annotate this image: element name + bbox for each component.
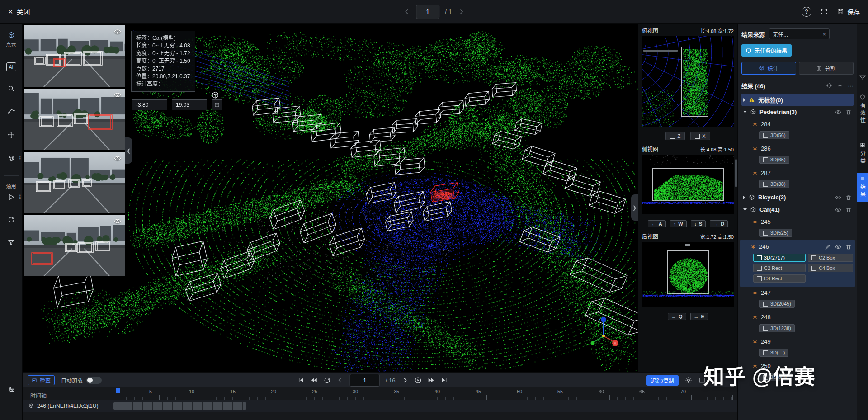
skip-start-icon[interactable] (297, 377, 305, 384)
prev-frame-icon[interactable] (337, 377, 344, 384)
result-item-248[interactable]: 248 (741, 311, 854, 323)
eye-icon[interactable] (835, 207, 841, 213)
tool-history[interactable] (0, 216, 22, 223)
trash-icon[interactable] (845, 244, 852, 250)
result-item-287[interactable]: 287 (741, 167, 854, 179)
eye-icon[interactable] (835, 194, 841, 201)
topview-zoom-indicator[interactable] (643, 50, 678, 52)
page-input[interactable] (416, 5, 439, 19)
collapse-cameras-handle[interactable]: ❮ (125, 137, 132, 164)
tab-classify[interactable]: 分类 (857, 139, 868, 168)
skip-end-icon[interactable] (441, 377, 448, 384)
badge-3d[interactable]: 3D(65) (760, 156, 789, 164)
rewind-icon[interactable] (311, 377, 318, 384)
caret-down-icon[interactable] (743, 111, 747, 113)
camera-thumbnail-2[interactable] (24, 89, 125, 150)
trash-icon[interactable] (845, 194, 852, 201)
trash-icon[interactable] (845, 207, 852, 213)
clear-source-icon[interactable]: × (822, 31, 826, 38)
badge-3d[interactable]: 3D(…) (760, 349, 788, 357)
group-bicycle[interactable]: Bicycle(2) (741, 191, 854, 203)
rearview-canvas[interactable] (642, 242, 734, 307)
badge-3d[interactable]: 3D(38) (760, 180, 789, 188)
group-pedestrian[interactable]: Pedestrian(3) (741, 106, 854, 118)
tool-move[interactable] (0, 131, 22, 138)
height-max-input[interactable] (172, 99, 207, 110)
result-item-246-selected[interactable]: 246 3D(2717) C2 Box C2 Rect C4 Box C4 Re… (740, 240, 855, 287)
timeline-track-row[interactable]: 246 (EnNERk4EtJc2jt1U) (22, 400, 737, 412)
gear-icon[interactable] (685, 377, 692, 384)
badge-c2-box[interactable]: C2 Box (808, 254, 853, 262)
track-segments[interactable] (113, 402, 246, 410)
tool-polyline[interactable] (0, 108, 22, 115)
page-next-icon[interactable] (458, 8, 465, 15)
camera-thumbnail-1[interactable] (24, 25, 125, 87)
tab-results[interactable]: 结果 (857, 173, 868, 202)
fast-forward-icon[interactable] (428, 377, 435, 384)
result-item-286[interactable]: 286 (741, 142, 854, 155)
tool-search[interactable] (0, 85, 22, 92)
tab-segmentation[interactable]: 分割 (799, 62, 854, 75)
locate-icon[interactable] (826, 82, 832, 89)
trash-icon[interactable] (845, 109, 852, 115)
badge-3d-active[interactable]: 3D(2717) (753, 254, 806, 262)
help-icon[interactable]: ? (802, 7, 811, 17)
badge-3d[interactable]: 3D(1238) (760, 324, 795, 332)
badge-c4-rect[interactable]: C4 Rect (753, 274, 806, 283)
camera-thumbnail-3[interactable] (24, 152, 125, 213)
axis-gizmo[interactable]: Z X (585, 314, 623, 352)
timeline-playhead[interactable] (118, 387, 118, 420)
rotate-x-button[interactable]: X (690, 132, 710, 140)
caret-right-icon[interactable] (743, 98, 745, 102)
group-car[interactable]: Car(41) (741, 203, 854, 216)
badge-3d[interactable]: 3D(525) (760, 229, 792, 237)
check-button[interactable]: 检查 (28, 375, 55, 385)
close-button[interactable]: × 关闭 (8, 7, 30, 16)
collapse-all-icon[interactable] (837, 82, 843, 89)
tool-pointcloud[interactable]: 点云 (0, 32, 22, 47)
more-icon[interactable]: ··· (848, 82, 854, 89)
badge-3d[interactable]: 3D(56) (760, 131, 789, 139)
result-item-245[interactable]: 245 (741, 216, 854, 228)
eye-icon[interactable] (114, 217, 121, 225)
eye-icon[interactable] (835, 244, 841, 250)
tool-render-sphere[interactable]: ••• (0, 155, 22, 162)
caret-right-icon[interactable] (743, 196, 745, 199)
height-range-icon[interactable] (212, 99, 222, 110)
collapse-miniviews-handle[interactable]: ❯ (631, 194, 638, 221)
group-untagged[interactable]: 无标签(0) (741, 94, 854, 106)
play-button-icon[interactable] (415, 377, 422, 384)
result-item-284[interactable]: 284 (741, 118, 854, 130)
frame-input[interactable] (350, 374, 380, 387)
fullscreen-icon[interactable] (821, 8, 828, 15)
result-source-select[interactable]: 无任... × (769, 28, 830, 39)
eye-icon[interactable] (114, 28, 121, 35)
eye-icon[interactable] (114, 91, 121, 99)
track-copy-button[interactable]: 追踪/复制 (646, 375, 679, 386)
timeline-ruler[interactable]: 5 10 15 20 25 30 35 40 45 50 55 60 65 70 (113, 387, 737, 400)
sideview-canvas[interactable] (642, 155, 734, 214)
tool-play[interactable]: ••• (0, 193, 22, 201)
height-min-input[interactable] (132, 99, 167, 110)
rotate-z-button[interactable]: Z (665, 132, 685, 140)
tool-ai[interactable]: AI (0, 62, 22, 71)
autoload-toggle[interactable] (86, 377, 102, 384)
caret-down-icon[interactable] (743, 208, 747, 211)
camera-thumbnail-4[interactable] (24, 215, 125, 276)
save-button[interactable]: 保存 (837, 7, 860, 16)
tab-annotation[interactable]: 标注 (741, 62, 796, 75)
eye-icon[interactable] (114, 155, 121, 162)
result-item-247[interactable]: 247 (741, 287, 854, 299)
funnel-icon[interactable] (859, 74, 866, 81)
eye-icon[interactable] (835, 109, 841, 115)
panel-scrollbar[interactable] (735, 159, 737, 187)
badge-c2-rect[interactable]: C2 Rect (753, 264, 806, 272)
next-frame-icon[interactable] (401, 377, 409, 384)
timeline-settings[interactable] (0, 386, 22, 393)
result-item-249[interactable]: 249 (741, 335, 854, 348)
edit-pencil-icon[interactable] (825, 244, 831, 250)
badge-3d[interactable]: 3D(2045) (760, 300, 795, 308)
badge-c4-box[interactable]: C4 Box (808, 264, 853, 272)
page-prev-icon[interactable] (403, 8, 410, 15)
no-task-results-button[interactable]: 无任务的结果 (741, 44, 792, 57)
